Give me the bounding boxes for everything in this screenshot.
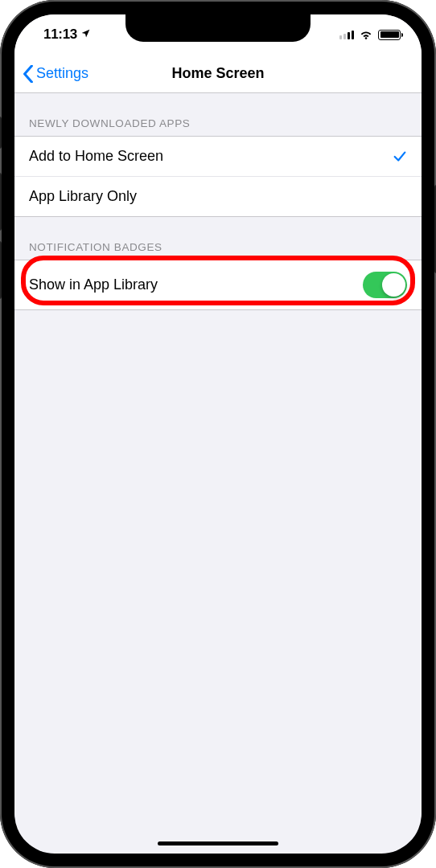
- notification-badges-list: Show in App Library: [14, 260, 422, 310]
- location-arrow-icon: [80, 28, 91, 41]
- show-in-app-library-toggle[interactable]: [363, 272, 407, 298]
- wifi-icon: [359, 30, 373, 40]
- option-add-to-home[interactable]: Add to Home Screen: [14, 137, 422, 176]
- section-header-badges: Notification Badges: [14, 217, 422, 260]
- back-button[interactable]: Settings: [14, 65, 88, 83]
- mute-switch: [0, 117, 2, 149]
- section-header-downloaded: Newly Downloaded Apps: [14, 93, 422, 136]
- checkmark-icon: [393, 149, 407, 164]
- status-time-text: 11:13: [43, 27, 77, 43]
- notch: [125, 14, 311, 42]
- status-right: [339, 30, 401, 40]
- toggle-knob: [382, 273, 405, 297]
- phone-frame: 11:13: [0, 0, 436, 868]
- battery-fill: [380, 31, 399, 38]
- volume-down-button: [0, 241, 2, 299]
- row-show-in-app-library: Show in App Library: [14, 260, 422, 309]
- cellular-signal-icon: [339, 30, 354, 39]
- status-time: 11:13: [43, 27, 91, 43]
- nav-bar: Settings Home Screen: [14, 55, 422, 93]
- option-label: Add to Home Screen: [29, 148, 163, 165]
- battery-icon: [378, 30, 401, 40]
- screen: 11:13: [14, 14, 422, 854]
- option-label: App Library Only: [29, 188, 137, 205]
- toggle-label: Show in App Library: [29, 276, 158, 293]
- option-app-library-only[interactable]: App Library Only: [14, 176, 422, 216]
- chevron-left-icon: [23, 65, 34, 83]
- downloaded-apps-list: Add to Home Screen App Library Only: [14, 136, 422, 217]
- back-label: Settings: [36, 65, 88, 82]
- volume-up-button: [0, 173, 2, 231]
- home-indicator[interactable]: [158, 841, 278, 845]
